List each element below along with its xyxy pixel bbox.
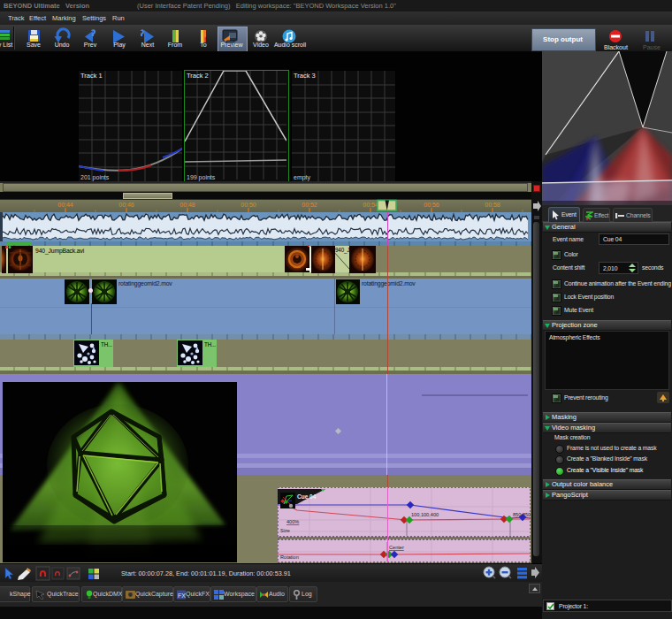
svg-text:00:56: 00:56	[424, 202, 439, 208]
svg-text:00:46: 00:46	[118, 202, 134, 208]
svg-text:Cue 04: Cue 04	[297, 493, 317, 500]
svg-text:00:44: 00:44	[57, 202, 73, 208]
svg-text:00:58: 00:58	[485, 202, 500, 208]
svg-text:100,100,400: 100,100,400	[411, 512, 439, 517]
svg-text:00:48: 00:48	[179, 202, 195, 208]
svg-text:400%: 400%	[286, 519, 299, 524]
svg-text:Size: Size	[280, 528, 290, 533]
svg-text:00:50: 00:50	[241, 202, 256, 208]
svg-text:850,850: 850,850	[513, 512, 531, 517]
svg-text:Rotation: Rotation	[280, 554, 299, 560]
svg-text:FX: FX	[178, 592, 186, 599]
svg-text:00:52: 00:52	[302, 202, 317, 208]
svg-text:Center: Center	[389, 545, 404, 550]
svg-text:00:54: 00:54	[363, 202, 378, 208]
svg-text:Start: 00:00:07.28, End: 00:0: Start: 00:00:07.28, End: 00:01:01.19, Du…	[121, 569, 291, 577]
